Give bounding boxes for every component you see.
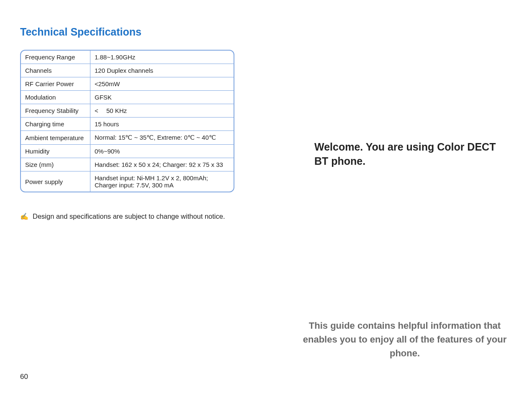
note-line: ✍ Design and specifications are subject …: [20, 212, 246, 220]
spec-table: Frequency Range 1.88~1.90GHz Channels 12…: [20, 50, 234, 192]
left-page: Technical Specifications Frequency Range…: [0, 0, 266, 399]
guide-text: This guide contains helpful information …: [298, 319, 512, 360]
spec-label: Ambient temperature: [21, 131, 90, 144]
spec-label: RF Carrier Power: [21, 77, 90, 90]
spec-label: Power supply: [21, 171, 90, 192]
spec-value: GFSK: [90, 91, 234, 104]
spec-value: <250mW: [90, 77, 234, 90]
table-row: Size (mm) Handset: 162 x 50 x 24; Charge…: [21, 158, 234, 171]
spec-value: < 50 KHz: [90, 104, 234, 117]
spec-value: 0%~90%: [90, 145, 234, 158]
spec-value: Handset input: Ni-MH 1.2V x 2, 800mAh; C…: [90, 171, 234, 192]
spec-value: Handset: 162 x 50 x 24; Charger: 92 x 75…: [90, 158, 234, 171]
spec-label: Frequency Range: [21, 51, 90, 64]
spec-label: Charging time: [21, 118, 90, 130]
welcome-text: Welcome. You are using Color DECT BT pho…: [314, 140, 512, 169]
table-row: Humidity 0%~90%: [21, 145, 234, 158]
table-row: Modulation GFSK: [21, 91, 234, 104]
spec-value: 15 hours: [90, 118, 234, 130]
spec-label: Modulation: [21, 91, 90, 104]
table-row: RF Carrier Power <250mW: [21, 77, 234, 91]
spec-label: Size (mm): [21, 158, 90, 171]
page-number: 60: [20, 373, 28, 381]
section-heading: Technical Specifications: [20, 26, 246, 38]
table-row: Frequency Stability < 50 KHz: [21, 104, 234, 118]
spec-label: Humidity: [21, 145, 90, 158]
spec-label: Frequency Stability: [21, 104, 90, 117]
table-row: Channels 120 Duplex channels: [21, 64, 234, 77]
table-row: Power supply Handset input: Ni-MH 1.2V x…: [21, 171, 234, 192]
table-row: Charging time 15 hours: [21, 118, 234, 131]
table-row: Frequency Range 1.88~1.90GHz: [21, 51, 234, 64]
spec-value: 120 Duplex channels: [90, 64, 234, 77]
welcome-block: Welcome. You are using Color DECT BT pho…: [314, 140, 512, 169]
spec-label: Channels: [21, 64, 90, 77]
table-row: Ambient temperature Normal: 15℃ ~ 35℃, E…: [21, 131, 234, 145]
right-page: Welcome. You are using Color DECT BT pho…: [266, 0, 532, 399]
guide-block: This guide contains helpful information …: [298, 319, 512, 360]
write-icon: ✍: [20, 212, 28, 220]
spec-value: Normal: 15℃ ~ 35℃, Extreme: 0℃ ~ 40℃: [90, 131, 234, 144]
note-text: Design and specifications are subject to…: [33, 212, 225, 220]
spec-value: 1.88~1.90GHz: [90, 51, 234, 64]
